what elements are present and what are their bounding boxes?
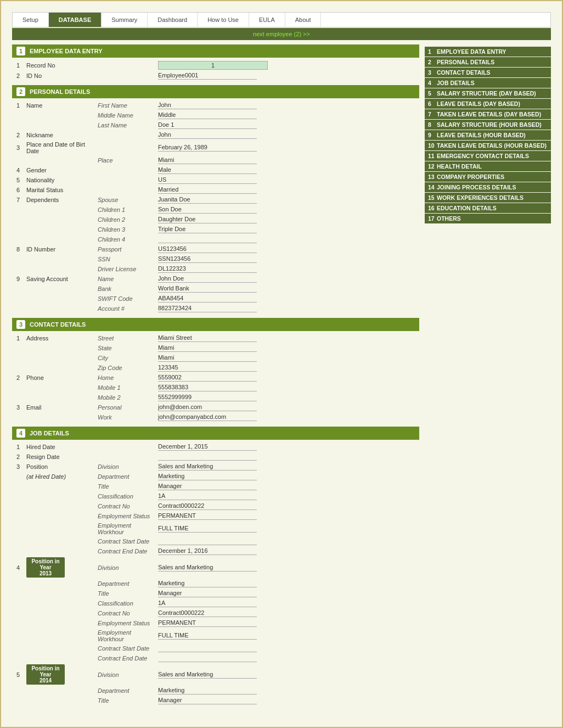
- table-row: City Miami: [12, 353, 419, 363]
- right-nav-item-16[interactable]: 16 EDUCATION DETAILS: [425, 203, 551, 213]
- table-row: Children 4: [12, 234, 419, 244]
- table-row: Title Manager: [12, 696, 419, 705]
- section-employee-data-entry: 1 EMPLOYEE DATA ENTRY: [12, 44, 419, 58]
- table-row: 9 Saving Account Name John Doe: [12, 274, 419, 284]
- table-row: State Miami: [12, 343, 419, 353]
- table-row: 8 ID Number Passport US123456: [12, 244, 419, 254]
- table-row: Classification 1A: [12, 491, 419, 501]
- table-row: 5 Nationality US: [12, 175, 419, 185]
- table-row: SSN SSN123456: [12, 254, 419, 264]
- table-row: Title Manager: [12, 481, 419, 491]
- table-row: Account # 8823723424: [12, 304, 419, 313]
- table-row: Contract Start Date: [12, 643, 419, 653]
- table-row: 3 Place and Date of Birt Date February 2…: [12, 140, 419, 155]
- app-wrapper: Setup DATABASE Summary Dashboard How to …: [0, 0, 563, 728]
- table-row: Contract Start Date: [12, 536, 419, 546]
- table-row: Bank World Bank: [12, 284, 419, 294]
- right-nav-item-17[interactable]: 17 OTHERS: [425, 214, 551, 223]
- table-row: Contract End Date December 1, 2016: [12, 546, 419, 556]
- table-row: Classification 1A: [12, 598, 419, 608]
- right-nav-item-14[interactable]: 14 JOINING PROCESS DETAILS: [425, 182, 551, 192]
- table-row: 1 Address Street Miami Street: [12, 333, 419, 343]
- right-nav-item-6[interactable]: 6 LEAVE DETAILS (DAY BASED): [425, 99, 551, 109]
- right-nav-item-8[interactable]: 8 SALARY STRUCTURE (HOUR BASED): [425, 120, 551, 130]
- next-employee-link[interactable]: next employee (2) >>: [253, 31, 310, 37]
- table-row: Children 2 Daughter Doe: [12, 215, 419, 225]
- table-row: Employment Workhour FULL TIME: [12, 521, 419, 536]
- table-row: Mobile 2 5552999999: [12, 393, 419, 402]
- table-row: 7 Dependents Spouse Juanita Doe: [12, 195, 419, 205]
- section-personal-details: 2 PERSONAL DETAILS: [12, 85, 419, 98]
- table-row: 1 Name First Name John: [12, 100, 419, 110]
- nav-about[interactable]: About: [285, 13, 322, 27]
- right-panel: 1 EMPLOYEE DATA ENTRY 2 PERSONAL DETAILS…: [425, 44, 551, 710]
- next-employee-banner[interactable]: next employee (2) >>: [12, 28, 551, 40]
- table-row: Contract No Contract0000222: [12, 608, 419, 618]
- table-row: Contract End Date: [12, 653, 419, 663]
- right-nav-item-10[interactable]: 10 TAKEN LEAVE DETAILS (HOUR BASED): [425, 141, 551, 150]
- right-nav-list: 1 EMPLOYEE DATA ENTRY 2 PERSONAL DETAILS…: [425, 47, 551, 223]
- table-row: Employment Workhour FULL TIME: [12, 628, 419, 643]
- right-nav-item-15[interactable]: 15 WORK EXPERIENCES DETAILS: [425, 193, 551, 203]
- table-row: Driver License DL122323: [12, 264, 419, 274]
- nav-bar: Setup DATABASE Summary Dashboard How to …: [12, 12, 551, 27]
- nav-dashboard[interactable]: Dashboard: [148, 13, 198, 27]
- employee-data-table: 1 Record No 1 2 ID No Employee0001: [12, 60, 419, 81]
- table-row: Department Marketing: [12, 686, 419, 696]
- table-row: 3 Email Personal john@doen.com: [12, 402, 419, 412]
- right-nav-item-7[interactable]: 7 TAKEN LEAVE DETAILS (DAY BASED): [425, 109, 551, 119]
- nav-database[interactable]: DATABASE: [49, 13, 102, 27]
- right-nav-item-1[interactable]: 1 EMPLOYEE DATA ENTRY: [425, 47, 551, 57]
- table-row: 1 Hired Date December 1, 2015: [12, 442, 419, 452]
- contact-details-table: 1 Address Street Miami Street State Miam…: [12, 333, 419, 422]
- table-row: Employment Status PERMANENT: [12, 511, 419, 521]
- nav-summary[interactable]: Summary: [102, 13, 148, 27]
- table-row: 4 Gender Male: [12, 165, 419, 175]
- right-nav-item-12[interactable]: 12 HEALTH DETAIL: [425, 161, 551, 171]
- table-row: 6 Marital Status Married: [12, 185, 419, 195]
- position-year-2014-badge: Position in Year2014: [26, 664, 65, 685]
- table-row: 1 Record No 1: [12, 60, 419, 71]
- nav-eula[interactable]: EULA: [249, 13, 285, 27]
- table-row: Middle Name Middle: [12, 110, 419, 120]
- table-row: 3 Position Division Sales and Marketing: [12, 462, 419, 472]
- nav-howto[interactable]: How to Use: [198, 13, 249, 27]
- right-nav-item-11[interactable]: 11 EMERGENCY CONTACT DETAILS: [425, 151, 551, 161]
- table-row: 2 ID No Employee0001: [12, 71, 419, 81]
- job-details-table: 1 Hired Date December 1, 2015 2 Resign D…: [12, 442, 419, 705]
- table-row: SWIFT Code ABA8454: [12, 294, 419, 304]
- table-row: 4 Position in Year2013 Division Sales an…: [12, 556, 419, 579]
- table-row: Children 1 Son Doe: [12, 205, 419, 215]
- table-row: Mobile 1 555838383: [12, 383, 419, 393]
- table-row: 2 Nickname John: [12, 130, 419, 140]
- section-contact-details: 3 CONTACT DETAILS: [12, 318, 419, 331]
- record-no-input[interactable]: 1: [158, 61, 268, 70]
- right-nav-item-5[interactable]: 5 SALARY STRUCTURE (DAY BASED): [425, 88, 551, 98]
- table-row: Employment Status PERMANENT: [12, 618, 419, 628]
- right-nav-item-9[interactable]: 9 LEAVE DETAILS (HOUR BASED): [425, 130, 551, 140]
- table-row: Place Miami: [12, 155, 419, 165]
- section-job-details: 4 JOB DETAILS: [12, 427, 419, 440]
- table-row: Children 3 Triple Doe: [12, 225, 419, 234]
- table-row: Title Manager: [12, 589, 419, 598]
- table-row: Last Name Doe 1: [12, 120, 419, 130]
- table-row: 2 Resign Date: [12, 452, 419, 462]
- right-nav-item-2[interactable]: 2 PERSONAL DETAILS: [425, 57, 551, 67]
- main-content: 1 EMPLOYEE DATA ENTRY 1 Record No 1 2 ID…: [12, 44, 551, 710]
- table-row: Work john@companyabcd.com: [12, 412, 419, 422]
- right-nav-item-13[interactable]: 13 COMPANY PROPERTIES: [425, 172, 551, 182]
- table-row: Contract No Contract0000222: [12, 501, 419, 511]
- table-row: 2 Phone Home 5559002: [12, 373, 419, 383]
- table-row: Department Marketing: [12, 579, 419, 589]
- table-row: 5 Position in Year2014 Division Sales an…: [12, 663, 419, 686]
- personal-details-table: 1 Name First Name John Middle Name Middl…: [12, 100, 419, 313]
- table-row: Zip Code 123345: [12, 363, 419, 373]
- position-year-2013-badge: Position in Year2013: [26, 557, 65, 578]
- table-row: (at Hired Date) Department Marketing: [12, 472, 419, 481]
- right-nav-item-3[interactable]: 3 CONTACT DETAILS: [425, 68, 551, 77]
- left-panel: 1 EMPLOYEE DATA ENTRY 1 Record No 1 2 ID…: [12, 44, 419, 710]
- right-nav-item-4[interactable]: 4 JOB DETAILS: [425, 78, 551, 88]
- nav-setup[interactable]: Setup: [13, 13, 49, 27]
